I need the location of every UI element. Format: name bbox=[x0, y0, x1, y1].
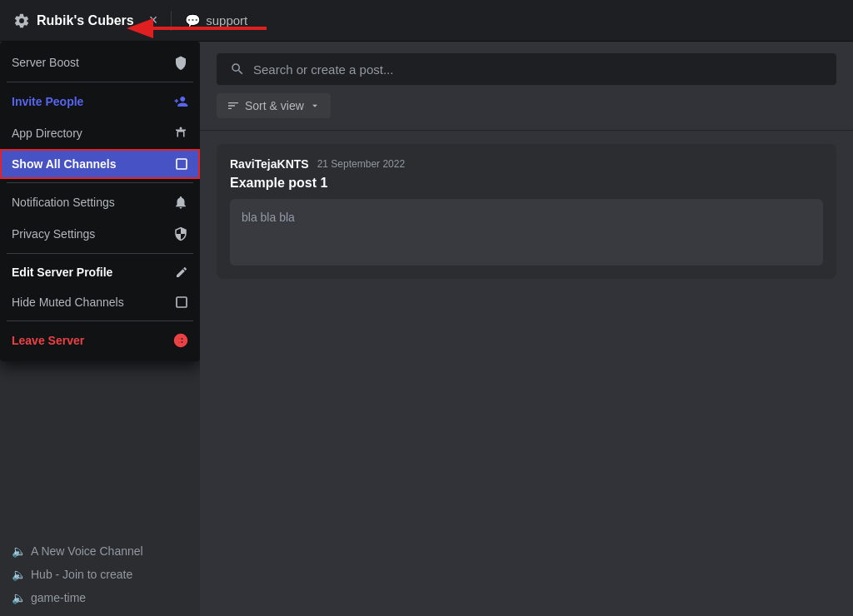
menu-item-show-all-channels[interactable]: Show All Channels bbox=[0, 149, 200, 179]
post-body-text: bla bla bla bbox=[242, 211, 295, 224]
sort-view-label: Sort & view bbox=[245, 99, 304, 112]
sort-icon bbox=[227, 99, 240, 112]
title-bar: Rubik's Cubers × 💬 support bbox=[0, 0, 853, 42]
server-boost-label: Server Boost bbox=[12, 56, 79, 69]
invite-people-label: Invite People bbox=[12, 95, 83, 108]
title-separator bbox=[171, 11, 172, 31]
main-content: Search or create a post... Sort & view R… bbox=[200, 42, 853, 616]
bell-icon bbox=[173, 195, 188, 210]
tab-support[interactable]: 💬 support bbox=[185, 13, 247, 28]
svg-rect-2 bbox=[177, 159, 187, 169]
menu-item-invite-people[interactable]: Invite People bbox=[0, 86, 200, 117]
post-author: RaviTejaKNTS bbox=[230, 157, 309, 171]
divider-4 bbox=[7, 320, 193, 321]
menu-item-privacy-settings[interactable]: Privacy Settings bbox=[0, 218, 200, 250]
main-layout: Server Boost Invite People bbox=[0, 42, 853, 616]
chat-icon: 💬 bbox=[185, 13, 201, 28]
title-server-section: Rubik's Cubers × bbox=[13, 12, 157, 29]
channel-item-voice1[interactable]: 🔈 A New Voice Channel bbox=[0, 539, 200, 563]
menu-item-hide-muted-channels[interactable]: Hide Muted Channels bbox=[0, 287, 200, 317]
server-name-title: Rubik's Cubers bbox=[37, 13, 134, 28]
privacy-settings-label: Privacy Settings bbox=[12, 227, 95, 241]
sort-view-button[interactable]: Sort & view bbox=[217, 93, 331, 118]
search-placeholder: Search or create a post... bbox=[253, 62, 393, 77]
search-icon bbox=[230, 62, 245, 77]
post-body: bla bla bla bbox=[230, 199, 823, 266]
close-button[interactable]: × bbox=[149, 12, 158, 29]
channel-item-game-time[interactable]: 🔈 game-time bbox=[0, 586, 200, 609]
menu-item-edit-server-profile[interactable]: Edit Server Profile bbox=[0, 257, 200, 287]
post-feed: RaviTejaKNTS 21 September 2022 Example p… bbox=[200, 131, 853, 292]
divider-3 bbox=[7, 253, 193, 254]
svg-rect-3 bbox=[177, 297, 187, 307]
sidebar-channels: 🔈 A New Voice Channel 🔈 Hub - Join to cr… bbox=[0, 533, 200, 616]
notification-settings-label: Notification Settings bbox=[12, 196, 115, 209]
show-all-channels-label: Show All Channels bbox=[12, 157, 117, 171]
hide-muted-channels-label: Hide Muted Channels bbox=[12, 296, 124, 309]
speaker-icon-2: 🔈 bbox=[12, 568, 26, 581]
speaker-icon-1: 🔈 bbox=[12, 544, 26, 558]
speaker-icon-3: 🔈 bbox=[12, 591, 26, 604]
menu-item-app-directory[interactable]: App Directory bbox=[0, 117, 200, 149]
search-bar[interactable]: Search or create a post... bbox=[217, 53, 836, 85]
shield-icon bbox=[173, 55, 188, 70]
pencil-icon bbox=[175, 266, 188, 279]
menu-item-server-boost[interactable]: Server Boost bbox=[0, 47, 200, 78]
post-meta: RaviTejaKNTS 21 September 2022 bbox=[230, 157, 823, 171]
channel-item-hub[interactable]: 🔈 Hub - Join to create bbox=[0, 563, 200, 586]
post-card-1: RaviTejaKNTS 21 September 2022 Example p… bbox=[217, 144, 836, 279]
sidebar: Server Boost Invite People bbox=[0, 42, 200, 616]
divider-2 bbox=[7, 182, 193, 183]
leave-icon bbox=[173, 333, 188, 348]
robot-icon bbox=[173, 126, 188, 141]
checkbox-empty-2-icon bbox=[175, 296, 188, 309]
checkbox-empty-icon bbox=[175, 157, 188, 171]
menu-item-leave-server[interactable]: Leave Server bbox=[0, 325, 200, 356]
post-date: 21 September 2022 bbox=[317, 158, 405, 170]
app-directory-label: App Directory bbox=[12, 127, 82, 140]
divider-1 bbox=[7, 82, 193, 82]
person-add-icon bbox=[173, 94, 188, 109]
post-title: Example post 1 bbox=[230, 176, 823, 191]
server-dropdown-menu: Server Boost Invite People bbox=[0, 42, 200, 361]
edit-server-profile-label: Edit Server Profile bbox=[12, 266, 112, 279]
content-header: Search or create a post... Sort & view bbox=[200, 42, 853, 131]
chevron-down-icon bbox=[309, 100, 321, 112]
leave-server-label: Leave Server bbox=[12, 334, 84, 347]
gear-icon bbox=[13, 12, 30, 29]
shield-star-icon bbox=[173, 226, 188, 241]
menu-item-notification-settings[interactable]: Notification Settings bbox=[0, 186, 200, 218]
